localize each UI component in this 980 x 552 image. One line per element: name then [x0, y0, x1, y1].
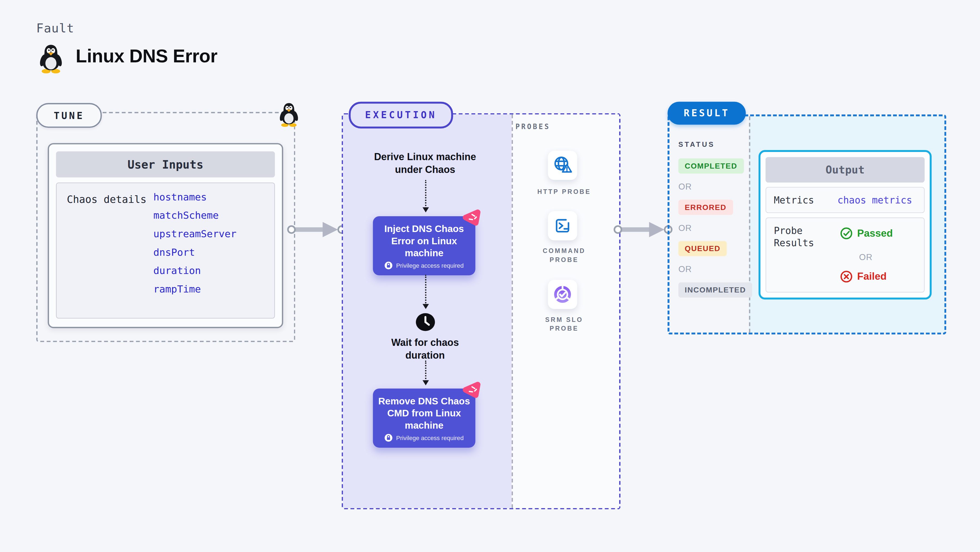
probes-label: PROBES [515, 123, 550, 131]
privilege-label: Privilege access required [396, 262, 464, 269]
probe-label-line: PROBE [511, 324, 618, 333]
status-badge-errored: ERRORED [678, 200, 733, 215]
result-pill: RESULT [667, 102, 746, 125]
param-matchscheme: matchScheme [153, 209, 237, 228]
metrics-label: Metrics [774, 195, 814, 206]
or-separator: OR [859, 252, 873, 262]
or-separator: OR [678, 265, 692, 274]
x-circle-icon [840, 270, 853, 283]
metrics-row: Metrics chaos metrics [765, 187, 925, 213]
passed-text: Passed [857, 228, 893, 239]
user-inputs-header: User Inputs [56, 151, 275, 178]
privilege-row: Privilege access required [377, 262, 471, 270]
status-label: STATUS [678, 141, 715, 148]
linux-tux-icon [38, 43, 64, 74]
fault-category-label: Fault [36, 21, 74, 35]
donut-check-icon [552, 284, 573, 305]
metrics-value: chaos metrics [837, 195, 912, 206]
derive-step-text: Derive Linux machine under Chaos [361, 151, 488, 176]
tux-corner-icon [278, 102, 299, 127]
http-probe-card [548, 151, 577, 180]
execution-pill: EXECUTION [349, 102, 453, 128]
check-circle-icon [840, 227, 853, 240]
privilege-label: Privilege access required [396, 435, 464, 441]
lock-icon [385, 434, 393, 442]
privilege-row: Privilege access required [377, 434, 471, 442]
user-inputs-body: Chaos details hostnames matchScheme upst… [56, 182, 275, 319]
flow-connector-arrow [421, 180, 430, 213]
param-dnsport: dnsPort [153, 246, 237, 265]
user-inputs-card: User Inputs Chaos details hostnames matc… [48, 143, 283, 328]
failed-text: Failed [857, 271, 886, 282]
chaos-params-list: hostnames matchScheme upstreamServer dns… [153, 191, 237, 301]
probe-label-line: HTTP PROBE [511, 188, 618, 196]
probe-label-line: COMMAND [511, 247, 618, 255]
param-upstreamserver: upstreamServer [153, 228, 237, 246]
param-duration: duration [153, 265, 237, 283]
command-probe-card [548, 211, 577, 240]
probe-label-line: PROBE [511, 255, 618, 264]
remove-dns-chaos-node: Remove DNS Chaos CMD from Linux machine … [373, 389, 475, 448]
output-panel: Output Metrics chaos metrics Probe Resul… [759, 150, 931, 300]
param-hostnames: hostnames [153, 191, 237, 209]
probe-results-label: Probe Results [774, 225, 825, 249]
srm-slo-probe-card [548, 280, 577, 309]
wait-step-text: Wait for chaos duration [374, 336, 476, 362]
command-probe-label: COMMAND PROBE [511, 247, 618, 264]
tune-pill: TUNE [36, 103, 102, 128]
wait-clock-icon [415, 312, 435, 332]
chaos-details-label: Chaos details [67, 194, 146, 205]
probe-results-row: Probe Results Passed OR F [765, 217, 925, 293]
param-ramptime: rampTime [153, 283, 237, 301]
chaos-experiment-icon [462, 208, 480, 227]
execution-to-result-arrow [612, 220, 675, 239]
status-badge-queued: QUEUED [678, 241, 727, 256]
srm-slo-probe-label: SRM SLO PROBE [511, 316, 618, 333]
chaos-experiment-icon [462, 380, 480, 399]
inject-node-title: Inject DNS Chaos Error on Linux machine [377, 222, 471, 259]
status-badge-incompleted: INCOMPLETED [678, 282, 752, 298]
page-title: Linux DNS Error [76, 46, 218, 67]
inject-dns-chaos-node: Inject DNS Chaos Error on Linux machine … [373, 216, 475, 275]
or-separator: OR [678, 182, 692, 192]
globe-warning-icon [552, 154, 573, 176]
passed-result: Passed [840, 227, 893, 240]
flow-connector-arrow [421, 360, 430, 385]
remove-node-title: Remove DNS Chaos CMD from Linux machine [377, 395, 471, 431]
probe-label-line: SRM SLO [511, 316, 618, 324]
terminal-icon [552, 216, 573, 236]
status-badge-completed: COMPLETED [678, 158, 743, 173]
tune-to-execution-arrow [286, 220, 348, 239]
failed-result: Failed [840, 270, 886, 283]
flow-connector-arrow [421, 275, 430, 309]
lock-icon [385, 262, 393, 270]
fault-diagram: Fault Linux DNS Error TUNE User Inputs C… [0, 0, 980, 552]
http-probe-label: HTTP PROBE [511, 188, 618, 196]
or-separator: OR [678, 223, 692, 233]
output-header: Output [765, 157, 925, 182]
